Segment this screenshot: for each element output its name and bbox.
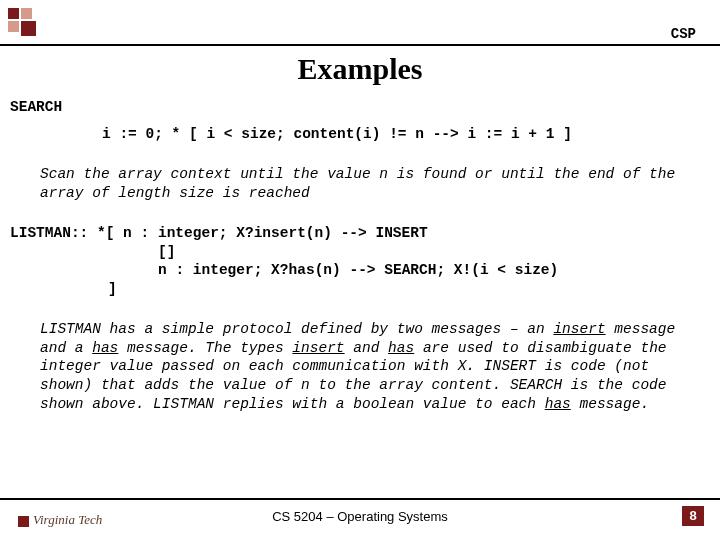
divider-top — [0, 44, 720, 46]
listman-line3: n : integer; X?has(n) --> SEARCH; X!(i <… — [10, 261, 710, 280]
header-label: CSP — [671, 26, 696, 42]
search-code: i := 0; * [ i < size; content(i) != n --… — [10, 125, 710, 144]
listman-line2: [] — [10, 243, 710, 262]
divider-bottom — [0, 498, 720, 500]
footer-course: CS 5204 – Operating Systems — [0, 509, 720, 524]
content-area: SEARCH i := 0; * [ i < size; content(i) … — [10, 98, 710, 413]
search-description: Scan the array context until the value n… — [10, 165, 710, 202]
listman-description: LISTMAN has a simple protocol defined by… — [10, 320, 710, 413]
listman-line1: LISTMAN:: *[ n : integer; X?insert(n) --… — [10, 224, 710, 243]
search-label: SEARCH — [10, 98, 710, 117]
page-number: 8 — [682, 506, 704, 526]
slide-title: Examples — [0, 52, 720, 86]
footer: Virginia Tech CS 5204 – Operating System… — [0, 502, 720, 530]
listman-line4: ] — [10, 280, 710, 299]
